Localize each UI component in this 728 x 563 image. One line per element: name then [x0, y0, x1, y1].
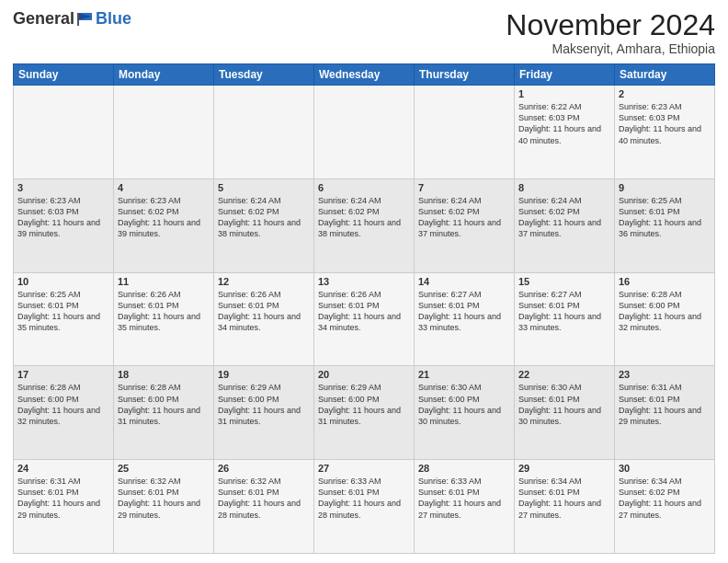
- title-section: November 2024 Maksenyit, Amhara, Ethiopi…: [506, 9, 715, 56]
- logo: General Blue: [13, 9, 131, 29]
- calendar-cell: 5Sunrise: 6:24 AM Sunset: 6:02 PM Daylig…: [214, 178, 314, 272]
- day-info: Sunrise: 6:32 AM Sunset: 6:01 PM Dayligh…: [118, 476, 210, 521]
- day-number: 15: [518, 276, 610, 287]
- day-number: 1: [518, 88, 610, 99]
- day-info: Sunrise: 6:28 AM Sunset: 6:00 PM Dayligh…: [118, 382, 210, 427]
- calendar-cell: 23Sunrise: 6:31 AM Sunset: 6:01 PM Dayli…: [615, 366, 715, 460]
- calendar-cell: 9Sunrise: 6:25 AM Sunset: 6:01 PM Daylig…: [615, 178, 715, 272]
- calendar-cell: 30Sunrise: 6:34 AM Sunset: 6:02 PM Dayli…: [615, 460, 715, 554]
- calendar-cell: 26Sunrise: 6:32 AM Sunset: 6:01 PM Dayli…: [214, 460, 314, 554]
- day-number: 9: [619, 182, 711, 193]
- weekday-header-wednesday: Wednesday: [314, 64, 415, 86]
- day-info: Sunrise: 6:25 AM Sunset: 6:01 PM Dayligh…: [619, 195, 711, 240]
- page: General Blue November 2024 Maksenyit, Am…: [0, 0, 728, 563]
- calendar-cell: 18Sunrise: 6:28 AM Sunset: 6:00 PM Dayli…: [114, 366, 214, 460]
- weekday-header-sunday: Sunday: [14, 64, 114, 86]
- day-number: 5: [218, 182, 310, 193]
- day-info: Sunrise: 6:31 AM Sunset: 6:01 PM Dayligh…: [619, 382, 711, 427]
- calendar-cell: 7Sunrise: 6:24 AM Sunset: 6:02 PM Daylig…: [415, 178, 515, 272]
- weekday-header-tuesday: Tuesday: [214, 64, 314, 86]
- calendar-cell: 29Sunrise: 6:34 AM Sunset: 6:01 PM Dayli…: [515, 460, 615, 554]
- day-info: Sunrise: 6:33 AM Sunset: 6:01 PM Dayligh…: [418, 476, 510, 521]
- day-info: Sunrise: 6:29 AM Sunset: 6:00 PM Dayligh…: [318, 382, 410, 427]
- calendar-cell: 13Sunrise: 6:26 AM Sunset: 6:01 PM Dayli…: [314, 272, 415, 366]
- day-info: Sunrise: 6:26 AM Sunset: 6:01 PM Dayligh…: [218, 289, 310, 334]
- calendar-cell: [14, 86, 114, 179]
- calendar-cell: 10Sunrise: 6:25 AM Sunset: 6:01 PM Dayli…: [14, 272, 114, 366]
- day-number: 21: [418, 369, 510, 380]
- calendar-cell: 15Sunrise: 6:27 AM Sunset: 6:01 PM Dayli…: [515, 272, 615, 366]
- day-number: 19: [218, 369, 310, 380]
- day-info: Sunrise: 6:24 AM Sunset: 6:02 PM Dayligh…: [418, 195, 510, 240]
- day-number: 17: [17, 369, 109, 380]
- calendar-week-3: 10Sunrise: 6:25 AM Sunset: 6:01 PM Dayli…: [14, 272, 715, 366]
- day-info: Sunrise: 6:27 AM Sunset: 6:01 PM Dayligh…: [518, 289, 610, 334]
- day-info: Sunrise: 6:23 AM Sunset: 6:02 PM Dayligh…: [118, 195, 210, 240]
- calendar-cell: 3Sunrise: 6:23 AM Sunset: 6:03 PM Daylig…: [14, 178, 114, 272]
- calendar-cell: [314, 86, 415, 179]
- day-number: 18: [118, 369, 210, 380]
- weekday-header-row: SundayMondayTuesdayWednesdayThursdayFrid…: [14, 64, 715, 86]
- logo-text: General Blue: [13, 9, 131, 29]
- calendar-cell: [214, 86, 314, 179]
- svg-rect-2: [77, 13, 79, 26]
- day-number: 20: [318, 369, 410, 380]
- day-info: Sunrise: 6:33 AM Sunset: 6:01 PM Dayligh…: [318, 476, 410, 521]
- day-info: Sunrise: 6:30 AM Sunset: 6:01 PM Dayligh…: [518, 382, 610, 427]
- day-info: Sunrise: 6:25 AM Sunset: 6:01 PM Dayligh…: [17, 289, 109, 334]
- day-info: Sunrise: 6:28 AM Sunset: 6:00 PM Dayligh…: [17, 382, 109, 427]
- day-info: Sunrise: 6:31 AM Sunset: 6:01 PM Dayligh…: [17, 476, 109, 521]
- day-info: Sunrise: 6:28 AM Sunset: 6:00 PM Dayligh…: [619, 289, 711, 334]
- day-number: 24: [17, 463, 109, 474]
- day-number: 23: [619, 369, 711, 380]
- day-number: 4: [118, 182, 210, 193]
- weekday-header-monday: Monday: [114, 64, 214, 86]
- day-info: Sunrise: 6:32 AM Sunset: 6:01 PM Dayligh…: [218, 476, 310, 521]
- day-info: Sunrise: 6:22 AM Sunset: 6:03 PM Dayligh…: [518, 101, 610, 146]
- day-info: Sunrise: 6:24 AM Sunset: 6:02 PM Dayligh…: [218, 195, 310, 240]
- day-info: Sunrise: 6:30 AM Sunset: 6:00 PM Dayligh…: [418, 382, 510, 427]
- day-info: Sunrise: 6:34 AM Sunset: 6:02 PM Dayligh…: [619, 476, 711, 521]
- day-number: 12: [218, 276, 310, 287]
- day-info: Sunrise: 6:34 AM Sunset: 6:01 PM Dayligh…: [518, 476, 610, 521]
- day-number: 11: [118, 276, 210, 287]
- day-info: Sunrise: 6:23 AM Sunset: 6:03 PM Dayligh…: [17, 195, 109, 240]
- day-number: 27: [318, 463, 410, 474]
- day-info: Sunrise: 6:24 AM Sunset: 6:02 PM Dayligh…: [318, 195, 410, 240]
- day-info: Sunrise: 6:24 AM Sunset: 6:02 PM Dayligh…: [518, 195, 610, 240]
- day-number: 26: [218, 463, 310, 474]
- calendar-cell: 17Sunrise: 6:28 AM Sunset: 6:00 PM Dayli…: [14, 366, 114, 460]
- calendar-cell: 1Sunrise: 6:22 AM Sunset: 6:03 PM Daylig…: [515, 86, 615, 179]
- calendar-cell: 6Sunrise: 6:24 AM Sunset: 6:02 PM Daylig…: [314, 178, 415, 272]
- logo-general: General: [13, 9, 74, 29]
- calendar-cell: 16Sunrise: 6:28 AM Sunset: 6:00 PM Dayli…: [615, 272, 715, 366]
- day-info: Sunrise: 6:26 AM Sunset: 6:01 PM Dayligh…: [118, 289, 210, 334]
- day-number: 13: [318, 276, 410, 287]
- calendar-week-4: 17Sunrise: 6:28 AM Sunset: 6:00 PM Dayli…: [14, 366, 715, 460]
- calendar-cell: 19Sunrise: 6:29 AM Sunset: 6:00 PM Dayli…: [214, 366, 314, 460]
- calendar-cell: 12Sunrise: 6:26 AM Sunset: 6:01 PM Dayli…: [214, 272, 314, 366]
- day-number: 6: [318, 182, 410, 193]
- day-number: 7: [418, 182, 510, 193]
- day-info: Sunrise: 6:27 AM Sunset: 6:01 PM Dayligh…: [418, 289, 510, 334]
- calendar-week-5: 24Sunrise: 6:31 AM Sunset: 6:01 PM Dayli…: [14, 460, 715, 554]
- header: General Blue November 2024 Maksenyit, Am…: [13, 9, 715, 56]
- calendar-cell: [415, 86, 515, 179]
- calendar-cell: 24Sunrise: 6:31 AM Sunset: 6:01 PM Dayli…: [14, 460, 114, 554]
- day-info: Sunrise: 6:23 AM Sunset: 6:03 PM Dayligh…: [619, 101, 711, 146]
- calendar-cell: 20Sunrise: 6:29 AM Sunset: 6:00 PM Dayli…: [314, 366, 415, 460]
- calendar-cell: 21Sunrise: 6:30 AM Sunset: 6:00 PM Dayli…: [415, 366, 515, 460]
- calendar-cell: 28Sunrise: 6:33 AM Sunset: 6:01 PM Dayli…: [415, 460, 515, 554]
- calendar-cell: 4Sunrise: 6:23 AM Sunset: 6:02 PM Daylig…: [114, 178, 214, 272]
- day-number: 10: [17, 276, 109, 287]
- weekday-header-friday: Friday: [515, 64, 615, 86]
- calendar-cell: 25Sunrise: 6:32 AM Sunset: 6:01 PM Dayli…: [114, 460, 214, 554]
- calendar-cell: 11Sunrise: 6:26 AM Sunset: 6:01 PM Dayli…: [114, 272, 214, 366]
- calendar-week-1: 1Sunrise: 6:22 AM Sunset: 6:03 PM Daylig…: [14, 86, 715, 179]
- location-subtitle: Maksenyit, Amhara, Ethiopia: [506, 41, 715, 56]
- day-number: 16: [619, 276, 711, 287]
- day-info: Sunrise: 6:26 AM Sunset: 6:01 PM Dayligh…: [318, 289, 410, 334]
- logo-blue: Blue: [96, 9, 131, 29]
- logo-flag-icon: [75, 11, 96, 28]
- calendar-cell: 2Sunrise: 6:23 AM Sunset: 6:03 PM Daylig…: [615, 86, 715, 179]
